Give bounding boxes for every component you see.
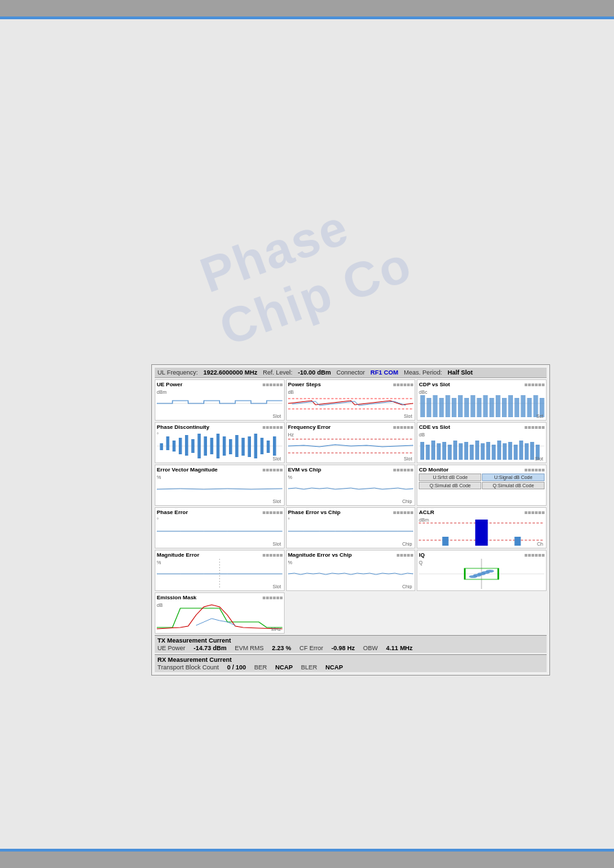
svg-point-88 xyxy=(486,570,494,572)
svg-rect-58 xyxy=(470,445,474,460)
svg-rect-26 xyxy=(160,443,164,450)
transport-block-label: Transport Block Count xyxy=(157,664,219,671)
bottom-bar-accent xyxy=(0,849,614,852)
ber-label: BER xyxy=(254,664,267,671)
chart-frequency-error-area: Hz Slot xyxy=(288,431,414,461)
connector-label: Connector xyxy=(336,369,365,376)
connector-value: RF1 COM xyxy=(371,369,399,376)
svg-rect-7 xyxy=(433,395,438,417)
svg-rect-55 xyxy=(454,441,458,460)
chart-cde-vs-slot-title: CDE vs Slot xyxy=(419,424,545,430)
chart-evm-vs-chip-area: % Chip xyxy=(288,474,414,504)
svg-rect-68 xyxy=(525,443,529,460)
bottom-bar xyxy=(0,849,614,868)
svg-rect-36 xyxy=(223,436,226,456)
svg-rect-51 xyxy=(432,441,436,460)
chart-phase-discontinuity-title: Phase Discontinuity xyxy=(157,424,283,430)
top-bar xyxy=(0,0,614,19)
chart-dots xyxy=(393,426,413,429)
chart-cdp-vs-slot-area: dBc xyxy=(419,388,545,419)
svg-rect-40 xyxy=(248,436,251,457)
chart-aclr-area: dBm Ch xyxy=(419,516,545,546)
chart-cdp-vs-slot-title: CDP vs Slot xyxy=(419,381,545,388)
ref-level-value: -10.00 dBm xyxy=(298,369,331,376)
chart-dots xyxy=(263,554,283,557)
chart-dots xyxy=(393,511,413,514)
chart-cde-vs-slot: CDE vs Slot dB xyxy=(417,422,547,463)
chart-phase-error-vs-chip-title: Phase Error vs Chip xyxy=(288,509,414,515)
chart-dots xyxy=(393,469,413,471)
svg-rect-39 xyxy=(241,438,245,456)
svg-rect-41 xyxy=(254,434,258,458)
svg-rect-5 xyxy=(421,395,426,417)
svg-rect-56 xyxy=(459,443,463,460)
svg-rect-18 xyxy=(502,398,507,417)
cd-btn-4[interactable]: Q:Simulat dB Code xyxy=(482,482,545,489)
svg-rect-43 xyxy=(267,441,270,453)
svg-rect-35 xyxy=(217,434,220,458)
chart-dots xyxy=(397,554,413,557)
svg-rect-50 xyxy=(426,445,430,460)
chart-power-steps-title: Power Steps xyxy=(288,381,414,388)
top-bar-accent xyxy=(0,16,614,19)
svg-rect-78 xyxy=(443,537,449,546)
svg-rect-28 xyxy=(173,441,176,452)
chart-phase-error-title: Phase Error xyxy=(157,509,283,515)
chart-power-steps: Power Steps dB Slot xyxy=(286,379,416,421)
transport-block-value: 0 / 100 xyxy=(227,664,246,671)
chart-frequency-error-title: Frequency Error xyxy=(288,424,414,430)
bler-label: BLER xyxy=(301,664,318,671)
chart-magnitude-error-area: % Slot xyxy=(157,559,283,589)
svg-rect-38 xyxy=(235,435,239,457)
svg-rect-69 xyxy=(530,442,534,460)
charts-grid: UE Power dBm Slot Power Steps xyxy=(155,379,547,634)
svg-rect-31 xyxy=(191,439,195,453)
svg-rect-29 xyxy=(179,438,182,454)
svg-rect-54 xyxy=(448,445,452,460)
evm-rms-value: 2.23 % xyxy=(272,645,292,652)
tx-measurement-section: TX Measurement Current UE Power -14.73 d… xyxy=(155,635,547,653)
chart-dots xyxy=(263,383,283,386)
obw-value: 4.11 MHz xyxy=(386,645,413,652)
cd-btn-1[interactable]: U:Srfct dB Code xyxy=(419,474,481,481)
cd-btn-3[interactable]: Q:Simulat dB Code xyxy=(419,482,481,489)
svg-rect-8 xyxy=(439,398,444,417)
chart-evm-vs-chip: EVM vs Chip % Chip xyxy=(286,465,416,506)
chart-aclr: ACLR dBm Ch xyxy=(417,507,547,548)
svg-point-87 xyxy=(478,572,486,575)
svg-rect-62 xyxy=(492,445,496,460)
svg-rect-42 xyxy=(261,438,264,454)
cd-btn-2[interactable]: U:Signal dB Code xyxy=(482,474,545,481)
svg-rect-11 xyxy=(458,395,463,417)
svg-rect-32 xyxy=(197,434,201,458)
svg-point-89 xyxy=(469,575,477,578)
chart-evm-vs-chip-title: EVM vs Chip xyxy=(288,467,414,473)
chart-dots xyxy=(263,511,283,514)
svg-rect-52 xyxy=(437,443,441,460)
ue-power-label: UE Power xyxy=(157,645,186,652)
chart-dots xyxy=(525,554,545,557)
chart-iq: IQ Q xyxy=(417,550,547,591)
svg-rect-27 xyxy=(166,436,170,450)
svg-rect-15 xyxy=(483,395,488,417)
svg-rect-10 xyxy=(452,398,457,417)
chart-dots xyxy=(263,597,283,599)
svg-rect-20 xyxy=(515,398,520,417)
svg-rect-12 xyxy=(465,398,470,417)
chart-magnitude-error-vs-chip-area: % Chip xyxy=(288,559,414,589)
ber-value: NCAP xyxy=(275,664,293,671)
cf-error-value: -0.98 Hz xyxy=(331,645,355,652)
svg-rect-59 xyxy=(476,441,480,460)
svg-rect-53 xyxy=(443,442,447,460)
rx-measurement-row: Transport Block Count 0 / 100 BER NCAP B… xyxy=(157,664,544,671)
chart-ue-power-area: dBm Slot xyxy=(157,388,283,419)
svg-rect-66 xyxy=(514,445,518,460)
svg-rect-34 xyxy=(210,438,214,454)
chart-magnitude-error-vs-chip: Magnitude Error vs Chip % Chip xyxy=(286,550,416,591)
svg-rect-44 xyxy=(273,436,276,456)
svg-rect-6 xyxy=(427,398,432,417)
rx-measurement-section: RX Measurement Current Transport Block C… xyxy=(155,654,547,672)
chart-aclr-title: ACLR xyxy=(419,509,545,515)
chart-frequency-error: Frequency Error Hz Slot xyxy=(286,422,416,463)
chart-evm-magnitude: Error Vector Magnitude % Slot xyxy=(155,465,285,506)
